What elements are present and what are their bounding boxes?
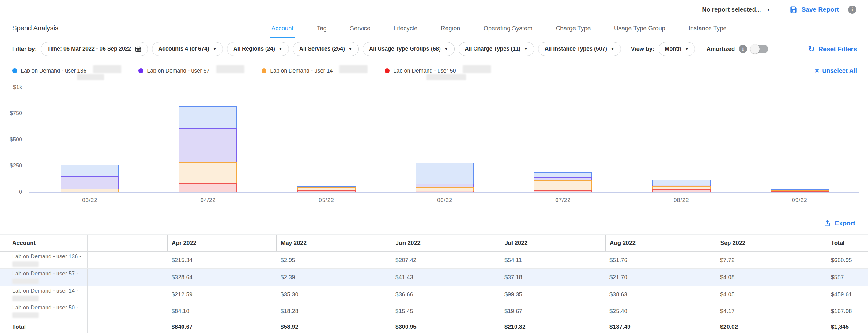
bar-slot [622,88,740,192]
x-axis-label: 04/22 [149,197,267,203]
usage-type-groups-filter[interactable]: All Usage Type Groups (68) ▼ [363,42,455,56]
bar-segment[interactable] [179,183,237,192]
tab-region[interactable]: Region [439,25,462,38]
x-axis-label: 07/22 [504,197,622,203]
reset-filters-button[interactable]: ↻ Reset Filters [808,45,857,53]
chevron-down-icon: ▼ [685,47,689,51]
chart-legend: Lab on Demand - user 136 Lab on Demand -… [0,60,868,81]
legend-item[interactable]: Lab on Demand - user 50 [385,67,491,75]
stacked-bar[interactable] [771,189,829,192]
x-axis-label: 05/22 [268,197,385,203]
bar-segment[interactable] [61,189,119,192]
column-header-total[interactable]: Total [827,234,868,252]
legend-item[interactable]: Lab on Demand - user 14 [261,67,368,75]
table-row[interactable]: Lab on Demand - user 57 - $328.64 $2.39 … [0,269,868,286]
legend-item[interactable]: Lab on Demand - user 136 [12,67,121,75]
y-axis-tick: $250 [2,163,22,169]
chevron-down-icon: ▼ [444,47,448,51]
stacked-bar[interactable] [415,163,474,192]
redacted-text [339,65,368,73]
services-filter[interactable]: All Services (254) ▼ [293,42,359,56]
regions-filter[interactable]: All Regions (24) ▼ [227,42,289,56]
bar-segment[interactable] [771,191,829,192]
tab-service[interactable]: Service [348,25,372,38]
legend-item[interactable]: Lab on Demand - user 57 [138,67,244,75]
tab-instance-type[interactable]: Instance Type [687,25,728,38]
amortized-toggle[interactable] [751,45,768,53]
column-header-sep[interactable]: Sep 2022 [716,234,827,252]
value-cell: $7.72 [716,252,827,269]
instance-types-filter[interactable]: All Instance Types (507) ▼ [538,42,621,56]
export-button[interactable]: Export [824,220,855,227]
bar-segment[interactable] [61,176,119,189]
bar-segment[interactable] [298,190,355,192]
value-cell: $35.30 [276,286,391,303]
value-cell: $2.39 [276,269,391,286]
bar-segment[interactable] [534,180,592,191]
export-icon [824,220,831,227]
tab-usage-type-group[interactable]: Usage Type Group [612,25,668,38]
bar-segment[interactable] [415,191,474,192]
redacted-text [12,278,39,284]
refresh-icon: ↻ [808,45,815,53]
value-cell: $207.42 [391,252,500,269]
x-axis-label: 08/22 [622,197,740,203]
y-axis-tick: $750 [2,110,22,116]
bar-segment[interactable] [652,190,711,192]
column-header-jun[interactable]: Jun 2022 [391,234,500,252]
stacked-bar[interactable] [61,165,119,192]
redacted-text [93,65,121,73]
tab-lifecycle[interactable]: Lifecycle [392,25,419,38]
value-cell: $18.28 [276,303,391,320]
report-selector-dropdown[interactable]: No report selected... ▼ [702,6,770,13]
column-header-jul[interactable]: Jul 2022 [500,234,605,252]
table-row[interactable]: Lab on Demand - user 14 - $212.59 $35.30… [0,286,868,303]
stacked-bar[interactable] [652,180,711,192]
stacked-bar[interactable] [179,106,237,192]
reset-filters-label: Reset Filters [818,45,857,53]
time-range-value: Time: 06 Mar 2022 - 06 Sep 2022 [47,45,131,52]
bar-segment[interactable] [534,190,592,192]
value-cell: $36.66 [391,286,500,303]
bar-slot [741,88,859,192]
account-cell: Lab on Demand - user 14 - [0,286,87,303]
bar-segment[interactable] [179,128,237,162]
bar-slot [268,88,385,192]
x-axis-line [29,192,859,193]
stacked-bar[interactable] [298,186,355,192]
column-header-may[interactable]: May 2022 [276,234,391,252]
save-icon [789,5,798,14]
tab-account[interactable]: Account [270,25,295,38]
unselect-all-button[interactable]: × Unselect All [815,67,857,74]
column-header-aug[interactable]: Aug 2022 [605,234,716,252]
tab-charge-type[interactable]: Charge Type [554,25,593,38]
value-cell: $37.18 [500,269,605,286]
value-cell: $660.95 [827,252,868,269]
tab-operating-system[interactable]: Operating System [482,25,534,38]
bar-segment[interactable] [179,162,237,184]
page-title: Spend Analysis [12,24,58,32]
amortized-info-icon[interactable]: i [739,45,747,53]
chevron-down-icon: ▼ [611,47,614,51]
tab-tag[interactable]: Tag [315,25,328,38]
bar-slot [385,88,504,192]
charge-types-filter[interactable]: All Charge Types (11) ▼ [459,42,534,56]
bar-segment[interactable] [61,165,119,177]
view-by-select[interactable]: Month ▼ [658,42,695,56]
x-axis-label: 03/22 [31,197,149,203]
table-row[interactable]: Lab on Demand - user 50 - $84.10 $18.28 … [0,303,868,320]
save-report-button[interactable]: Save Report [789,5,839,14]
accounts-filter[interactable]: Accounts 4 (of 674) ▼ [152,42,223,56]
time-range-filter[interactable]: Time: 06 Mar 2022 - 06 Sep 2022 [41,42,148,56]
bar-segment[interactable] [415,163,474,184]
spacer-cell [87,252,167,269]
column-header-account[interactable]: Account [0,234,87,252]
bar-segment[interactable] [179,106,237,129]
table-row[interactable]: Lab on Demand - user 136 - $215.34 $2.95… [0,252,868,269]
account-cell: Lab on Demand - user 136 - [0,252,87,269]
stacked-bar[interactable] [534,172,592,192]
column-header-apr[interactable]: Apr 2022 [167,234,276,252]
value-cell: $4.08 [716,269,827,286]
value-cell: $21.70 [605,269,716,286]
info-icon[interactable]: i [848,5,856,14]
